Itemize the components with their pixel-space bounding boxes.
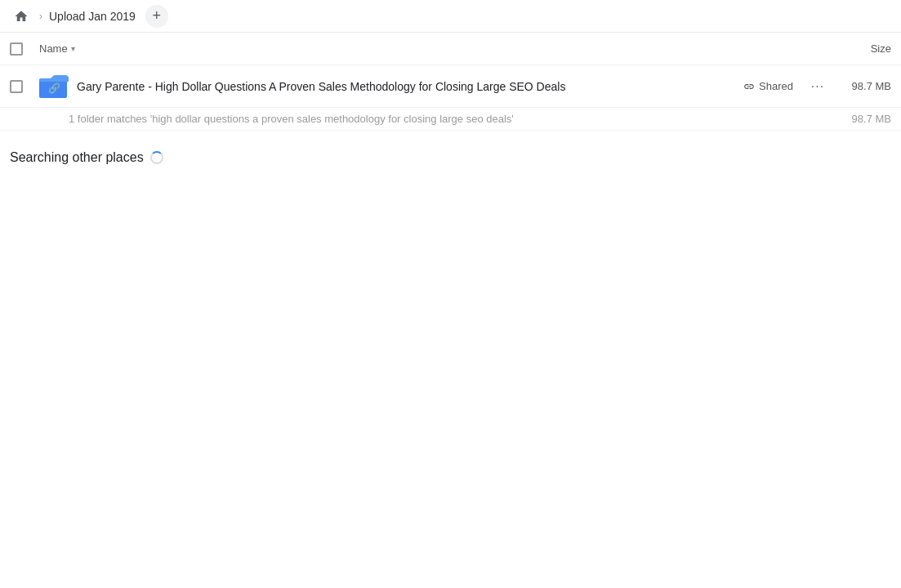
- match-info-row: 1 folder matches 'high dollar questions …: [0, 108, 901, 131]
- svg-text:🔗: 🔗: [48, 82, 60, 94]
- searching-spinner-icon: [150, 151, 163, 164]
- searching-section: Searching other places: [0, 131, 901, 178]
- link-icon: [743, 81, 755, 92]
- checkbox-empty: [10, 42, 23, 56]
- size-column-header: Size: [871, 42, 891, 55]
- match-info-size: 98.7 MB: [852, 113, 891, 125]
- folder-link-icon: 🔗: [39, 74, 69, 100]
- sort-arrow-icon: ▾: [71, 44, 75, 53]
- file-row[interactable]: 🔗 Gary Parente - High Dollar Questions A…: [0, 65, 901, 108]
- more-options-button[interactable]: ···: [806, 75, 829, 98]
- file-name: Gary Parente - High Dollar Questions A P…: [77, 80, 743, 93]
- file-row-checkbox[interactable]: [10, 80, 39, 93]
- breadcrumb-title: Upload Jan 2019: [49, 10, 136, 23]
- searching-label: Searching other places: [10, 150, 891, 165]
- add-button[interactable]: +: [145, 5, 168, 28]
- home-icon: [14, 9, 29, 24]
- match-info-text: 1 folder matches 'high dollar questions …: [69, 113, 514, 125]
- file-size: 98.7 MB: [842, 80, 891, 92]
- breadcrumb-chevron: ›: [39, 11, 42, 22]
- row-checkbox: [10, 80, 23, 93]
- file-icon-wrapper: 🔗: [39, 72, 69, 101]
- column-headers: Name ▾ Size: [0, 33, 901, 65]
- searching-label-text: Searching other places: [10, 150, 144, 165]
- header-bar: › Upload Jan 2019 +: [0, 0, 901, 33]
- home-button[interactable]: [10, 5, 33, 28]
- select-all-checkbox[interactable]: [10, 42, 39, 56]
- name-column-header[interactable]: Name ▾: [39, 42, 75, 55]
- shared-badge: Shared: [743, 80, 793, 92]
